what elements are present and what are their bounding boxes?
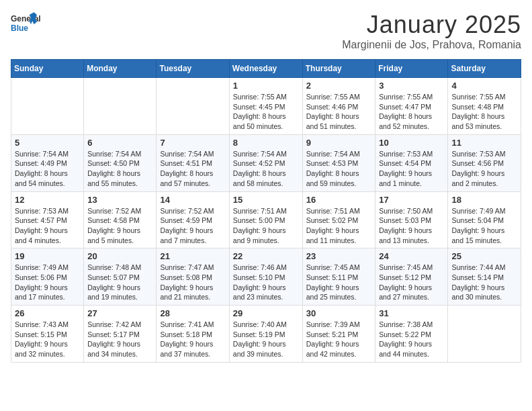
calendar-week-4: 19Sunrise: 7:49 AMSunset: 5:06 PMDayligh… <box>11 248 521 306</box>
calendar-cell: 12Sunrise: 7:53 AMSunset: 4:57 PMDayligh… <box>11 191 84 248</box>
calendar-dow-saturday: Saturday <box>448 60 521 78</box>
day-info: Sunrise: 7:54 AMSunset: 4:51 PMDaylight:… <box>160 149 225 189</box>
day-number: 21 <box>160 251 225 261</box>
day-number: 7 <box>160 138 225 148</box>
day-number: 12 <box>15 195 80 205</box>
calendar-cell: 28Sunrise: 7:41 AMSunset: 5:18 PMDayligh… <box>157 306 229 363</box>
day-number: 30 <box>306 308 372 318</box>
day-number: 24 <box>379 251 444 261</box>
calendar-dow-wednesday: Wednesday <box>229 60 302 78</box>
day-number: 13 <box>87 195 152 205</box>
calendar-cell: 23Sunrise: 7:45 AMSunset: 5:11 PMDayligh… <box>302 248 375 306</box>
day-info: Sunrise: 7:52 AMSunset: 4:59 PMDaylight:… <box>160 206 225 246</box>
calendar-cell: 20Sunrise: 7:48 AMSunset: 5:07 PMDayligh… <box>84 248 157 306</box>
day-info: Sunrise: 7:44 AMSunset: 5:14 PMDaylight:… <box>451 263 517 302</box>
day-info: Sunrise: 7:50 AMSunset: 5:03 PMDaylight:… <box>379 206 444 246</box>
day-number: 31 <box>379 308 444 318</box>
calendar-cell: 5Sunrise: 7:54 AMSunset: 4:49 PMDaylight… <box>11 134 84 191</box>
calendar-cell: 29Sunrise: 7:40 AMSunset: 5:19 PMDayligh… <box>229 306 302 363</box>
calendar-cell: 3Sunrise: 7:55 AMSunset: 4:47 PMDaylight… <box>375 78 448 135</box>
day-info: Sunrise: 7:47 AMSunset: 5:08 PMDaylight:… <box>160 263 225 302</box>
calendar-cell <box>448 306 521 363</box>
day-number: 11 <box>451 138 517 148</box>
day-number: 25 <box>451 251 517 261</box>
day-info: Sunrise: 7:39 AMSunset: 5:21 PMDaylight:… <box>306 320 372 359</box>
calendar-cell: 6Sunrise: 7:54 AMSunset: 4:50 PMDaylight… <box>84 134 157 191</box>
page-header: General Blue January 2025 Marginenii de … <box>11 11 521 51</box>
day-number: 10 <box>379 138 444 148</box>
day-info: Sunrise: 7:46 AMSunset: 5:10 PMDaylight:… <box>233 263 299 302</box>
day-info: Sunrise: 7:54 AMSunset: 4:50 PMDaylight:… <box>87 149 152 189</box>
day-number: 20 <box>87 251 152 261</box>
day-info: Sunrise: 7:53 AMSunset: 4:56 PMDaylight:… <box>451 149 517 189</box>
day-number: 16 <box>306 195 372 205</box>
month-title: January 2025 <box>342 11 521 39</box>
calendar-cell: 9Sunrise: 7:54 AMSunset: 4:53 PMDaylight… <box>302 134 375 191</box>
calendar-dow-monday: Monday <box>84 60 157 78</box>
calendar-cell: 10Sunrise: 7:53 AMSunset: 4:54 PMDayligh… <box>375 134 448 191</box>
day-info: Sunrise: 7:49 AMSunset: 5:04 PMDaylight:… <box>451 206 517 246</box>
calendar-cell: 14Sunrise: 7:52 AMSunset: 4:59 PMDayligh… <box>157 191 229 248</box>
day-info: Sunrise: 7:55 AMSunset: 4:47 PMDaylight:… <box>379 92 444 132</box>
day-number: 29 <box>233 308 299 318</box>
day-info: Sunrise: 7:54 AMSunset: 4:53 PMDaylight:… <box>306 149 372 189</box>
calendar-cell <box>11 78 84 135</box>
day-number: 22 <box>233 251 299 261</box>
day-info: Sunrise: 7:40 AMSunset: 5:19 PMDaylight:… <box>233 320 299 359</box>
day-info: Sunrise: 7:49 AMSunset: 5:06 PMDaylight:… <box>15 263 80 302</box>
calendar-week-5: 26Sunrise: 7:43 AMSunset: 5:15 PMDayligh… <box>11 306 521 363</box>
calendar-week-2: 5Sunrise: 7:54 AMSunset: 4:49 PMDaylight… <box>11 134 521 191</box>
calendar-cell: 15Sunrise: 7:51 AMSunset: 5:00 PMDayligh… <box>229 191 302 248</box>
day-number: 8 <box>233 138 299 148</box>
day-number: 19 <box>15 251 80 261</box>
day-number: 5 <box>15 138 80 148</box>
calendar-cell <box>157 78 229 135</box>
calendar-cell: 27Sunrise: 7:42 AMSunset: 5:17 PMDayligh… <box>84 306 157 363</box>
location-subtitle: Marginenii de Jos, Prahova, Romania <box>342 39 521 51</box>
day-info: Sunrise: 7:41 AMSunset: 5:18 PMDaylight:… <box>160 320 225 359</box>
day-number: 23 <box>306 251 372 261</box>
day-info: Sunrise: 7:51 AMSunset: 5:00 PMDaylight:… <box>233 206 299 246</box>
day-info: Sunrise: 7:55 AMSunset: 4:46 PMDaylight:… <box>306 92 372 132</box>
calendar-cell: 25Sunrise: 7:44 AMSunset: 5:14 PMDayligh… <box>448 248 521 306</box>
calendar-dow-sunday: Sunday <box>11 60 84 78</box>
calendar-cell: 13Sunrise: 7:52 AMSunset: 4:58 PMDayligh… <box>84 191 157 248</box>
calendar-dow-tuesday: Tuesday <box>157 60 229 78</box>
day-number: 28 <box>160 308 225 318</box>
calendar-cell: 22Sunrise: 7:46 AMSunset: 5:10 PMDayligh… <box>229 248 302 306</box>
day-number: 9 <box>306 138 372 148</box>
calendar-cell: 8Sunrise: 7:54 AMSunset: 4:52 PMDaylight… <box>229 134 302 191</box>
day-number: 15 <box>233 195 299 205</box>
calendar-cell: 1Sunrise: 7:55 AMSunset: 4:45 PMDaylight… <box>229 78 302 135</box>
calendar-cell <box>84 78 157 135</box>
calendar-cell: 17Sunrise: 7:50 AMSunset: 5:03 PMDayligh… <box>375 191 448 248</box>
day-info: Sunrise: 7:51 AMSunset: 5:02 PMDaylight:… <box>306 206 372 246</box>
calendar-cell: 2Sunrise: 7:55 AMSunset: 4:46 PMDaylight… <box>302 78 375 135</box>
day-info: Sunrise: 7:55 AMSunset: 4:45 PMDaylight:… <box>233 92 299 132</box>
calendar-cell: 21Sunrise: 7:47 AMSunset: 5:08 PMDayligh… <box>157 248 229 306</box>
calendar-cell: 24Sunrise: 7:45 AMSunset: 5:12 PMDayligh… <box>375 248 448 306</box>
calendar-header: SundayMondayTuesdayWednesdayThursdayFrid… <box>11 60 521 78</box>
day-number: 17 <box>379 195 444 205</box>
day-info: Sunrise: 7:53 AMSunset: 4:57 PMDaylight:… <box>15 206 80 246</box>
day-info: Sunrise: 7:42 AMSunset: 5:17 PMDaylight:… <box>87 320 152 359</box>
day-info: Sunrise: 7:43 AMSunset: 5:15 PMDaylight:… <box>15 320 80 359</box>
day-info: Sunrise: 7:45 AMSunset: 5:11 PMDaylight:… <box>306 263 372 302</box>
calendar-week-3: 12Sunrise: 7:53 AMSunset: 4:57 PMDayligh… <box>11 191 521 248</box>
day-number: 2 <box>306 81 372 91</box>
title-block: January 2025 Marginenii de Jos, Prahova,… <box>342 11 521 51</box>
calendar-cell: 16Sunrise: 7:51 AMSunset: 5:02 PMDayligh… <box>302 191 375 248</box>
day-number: 14 <box>160 195 225 205</box>
calendar-week-1: 1Sunrise: 7:55 AMSunset: 4:45 PMDaylight… <box>11 78 521 135</box>
calendar-cell: 19Sunrise: 7:49 AMSunset: 5:06 PMDayligh… <box>11 248 84 306</box>
logo-svg: General Blue <box>11 11 44 38</box>
day-number: 27 <box>87 308 152 318</box>
day-number: 6 <box>87 138 152 148</box>
calendar-cell: 18Sunrise: 7:49 AMSunset: 5:04 PMDayligh… <box>448 191 521 248</box>
day-number: 4 <box>451 81 517 91</box>
day-number: 26 <box>15 308 80 318</box>
calendar-cell: 11Sunrise: 7:53 AMSunset: 4:56 PMDayligh… <box>448 134 521 191</box>
day-number: 18 <box>451 195 517 205</box>
calendar-cell: 4Sunrise: 7:55 AMSunset: 4:48 PMDaylight… <box>448 78 521 135</box>
day-info: Sunrise: 7:38 AMSunset: 5:22 PMDaylight:… <box>379 320 444 359</box>
